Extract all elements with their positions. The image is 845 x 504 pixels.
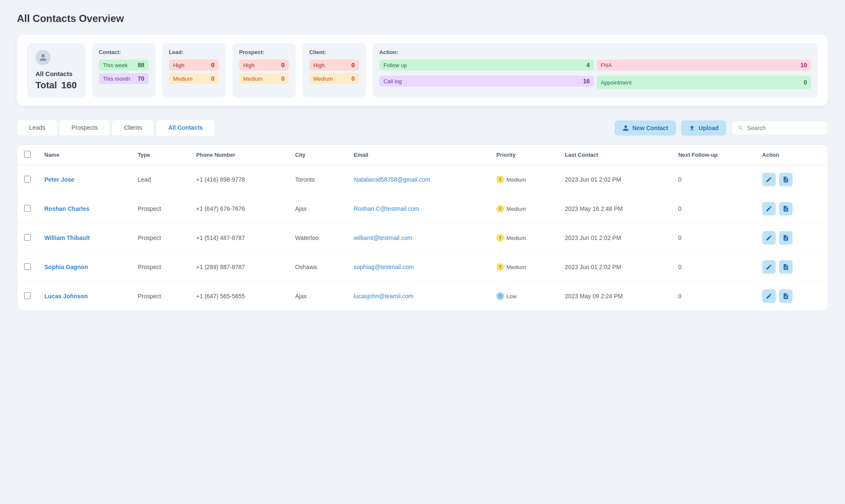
search-input[interactable] <box>747 125 822 131</box>
contact-name-link[interactable]: Sophia Gagnon <box>44 264 88 270</box>
contact-name-link[interactable]: Peter Jose <box>44 176 74 183</box>
document-icon <box>782 264 789 270</box>
row-next-followup: 0 <box>671 165 755 194</box>
client-high-row: High 0 <box>309 60 359 71</box>
prospect-high-label: High <box>243 62 255 68</box>
row-checkbox-1[interactable] <box>24 205 31 212</box>
edit-icon <box>766 234 772 241</box>
row-name: Peter Jose <box>38 165 131 194</box>
action-fna-row: FNA 10 <box>597 60 811 71</box>
action-fna-label: FNA <box>601 62 612 68</box>
page-title: All Contacts Overview <box>17 13 828 25</box>
edit-icon <box>766 264 772 270</box>
row-checkbox-2[interactable] <box>24 234 31 241</box>
toolbar-right: New Contact Upload <box>615 120 828 136</box>
edit-button[interactable] <box>762 202 776 215</box>
upload-label: Upload <box>699 125 719 131</box>
row-priority: ! Medium <box>490 194 558 223</box>
document-button[interactable] <box>779 202 793 215</box>
contact-this-week-value: 88 <box>138 62 144 68</box>
contact-this-month-label: This month <box>103 76 130 82</box>
row-priority: ! Low <box>490 282 558 311</box>
table-row: Peter Jose Lead +1 (416) 898-9778 Toront… <box>17 165 828 194</box>
priority-dot: ! <box>496 263 504 271</box>
row-checkbox-cell <box>17 253 38 282</box>
contact-name-link[interactable]: Roshan Charles <box>44 205 90 212</box>
row-action <box>755 194 828 223</box>
lead-card: Lead: High 0 Medium 0 <box>162 43 226 98</box>
contact-this-month-value: 70 <box>138 75 144 82</box>
lead-high-value: 0 <box>211 62 215 68</box>
row-checkbox-4[interactable] <box>24 292 31 299</box>
table-row: Roshan Charles Prospect +1 (647) 676-767… <box>17 194 828 223</box>
all-contacts-label: All Contacts <box>35 70 73 77</box>
prospect-card: Prospect: High 0 Medium 0 <box>232 43 296 98</box>
client-medium-value: 0 <box>352 75 355 82</box>
contact-name-link[interactable]: Lucas Johnson <box>44 293 88 300</box>
action-calllog-value: 16 <box>583 78 590 84</box>
edit-button[interactable] <box>762 260 776 274</box>
priority-badge: ! Medium <box>496 176 526 183</box>
client-high-value: 0 <box>352 62 355 68</box>
action-calllog-label: Call log <box>384 78 402 84</box>
document-button[interactable] <box>779 260 793 274</box>
row-checkbox-0[interactable] <box>24 176 31 183</box>
row-phone: +1 (289) 887-8787 <box>189 253 288 282</box>
contacts-table: Name Type Phone Number City Email Priori… <box>17 145 828 311</box>
lead-high-label: High <box>173 62 185 68</box>
row-type: Lead <box>131 165 189 194</box>
action-appointment-value: 0 <box>804 79 807 86</box>
header-type: Type <box>131 145 189 165</box>
summary-section: All Contacts Total 160 Contact: This wee… <box>17 35 828 106</box>
avatar-icon <box>35 50 51 65</box>
contacts-table-container: Name Type Phone Number City Email Priori… <box>17 144 828 311</box>
prospect-high-value: 0 <box>281 62 285 68</box>
edit-button[interactable] <box>762 289 776 303</box>
row-last-contact: 2023 Jun 01 2:02 PM <box>558 165 671 194</box>
contact-this-week-row: This week 88 <box>99 60 149 71</box>
new-contact-icon <box>622 125 629 131</box>
document-button[interactable] <box>779 231 793 245</box>
edit-button[interactable] <box>762 173 776 186</box>
priority-dot: ! <box>496 176 504 183</box>
client-high-label: High <box>313 62 325 68</box>
contact-name-link[interactable]: William Thibault <box>44 234 90 241</box>
row-phone: +1 (647) 565-5655 <box>189 282 288 311</box>
row-name: William Thibault <box>38 223 131 253</box>
document-button[interactable] <box>779 173 793 186</box>
tab-leads[interactable]: Leads <box>17 120 57 136</box>
new-contact-button[interactable]: New Contact <box>615 120 676 136</box>
row-type: Prospect <box>131 253 189 282</box>
edit-icon <box>766 293 772 300</box>
row-action <box>755 223 828 253</box>
table-header-row: Name Type Phone Number City Email Priori… <box>17 145 828 165</box>
header-email: Email <box>347 145 490 165</box>
row-checkbox-cell <box>17 282 38 311</box>
action-appointment-label: Appointment <box>601 79 632 86</box>
priority-badge: ! Low <box>496 292 517 300</box>
tab-prospects[interactable]: Prospects <box>59 120 110 136</box>
document-icon <box>782 234 789 241</box>
prospect-card-title: Prospect: <box>239 49 289 55</box>
prospect-high-row: High 0 <box>239 60 289 71</box>
row-type: Prospect <box>131 282 189 311</box>
document-button[interactable] <box>779 289 793 303</box>
select-all-checkbox[interactable] <box>24 151 31 158</box>
new-contact-label: New Contact <box>632 125 668 131</box>
action-followup-row: Follow up 4 <box>379 60 594 71</box>
client-card: Client: High 0 Medium 0 <box>303 43 366 98</box>
tab-clients[interactable]: Clients <box>112 120 154 136</box>
row-last-contact: 2023 May 16 2:48 PM <box>558 194 671 223</box>
all-contacts-card: All Contacts Total 160 <box>27 43 85 98</box>
all-contacts-total-label: Total <box>35 80 57 91</box>
row-checkbox-cell <box>17 165 38 194</box>
row-name: Lucas Johnson <box>38 282 131 311</box>
tab-all-contacts[interactable]: All Contacts <box>156 120 215 136</box>
row-checkbox-3[interactable] <box>24 263 31 270</box>
table-row: Sophia Gagnon Prospect +1 (289) 887-8787… <box>17 253 828 282</box>
row-email: lucasjohn@teamil.com <box>347 282 490 311</box>
header-last-contact: Last Contact <box>558 145 671 165</box>
edit-button[interactable] <box>762 231 776 245</box>
header-action: Action <box>755 145 828 165</box>
upload-button[interactable]: Upload <box>681 120 726 136</box>
